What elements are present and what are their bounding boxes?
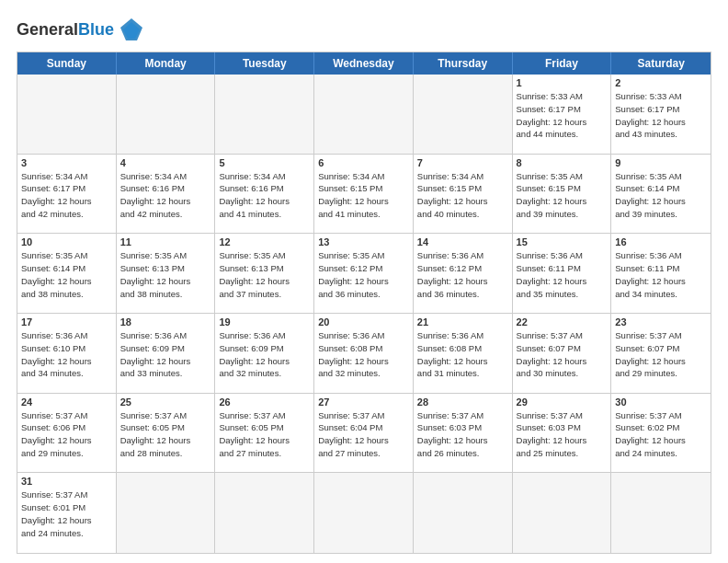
day-number: 19 — [219, 316, 310, 327]
day-number: 28 — [417, 396, 508, 408]
calendar-row-2: 10Sunrise: 5:35 AM Sunset: 6:14 PM Dayli… — [17, 234, 711, 314]
calendar-cell-2-6: 16Sunrise: 5:36 AM Sunset: 6:11 PM Dayli… — [611, 234, 711, 313]
calendar-cell-1-2: 5Sunrise: 5:34 AM Sunset: 6:16 PM Daylig… — [215, 155, 314, 234]
day-number: 8 — [517, 157, 608, 168]
calendar-cell-2-4: 14Sunrise: 5:36 AM Sunset: 6:12 PM Dayli… — [414, 234, 513, 313]
day-info: Sunrise: 5:36 AM Sunset: 6:12 PM Dayligh… — [417, 249, 508, 300]
weekday-header-friday: Friday — [513, 52, 612, 75]
calendar-header: SundayMondayTuesdayWednesdayThursdayFrid… — [17, 52, 711, 75]
day-info: Sunrise: 5:37 AM Sunset: 6:07 PM Dayligh… — [517, 329, 608, 380]
calendar-cell-0-2 — [215, 75, 314, 154]
calendar-row-0: 1Sunrise: 5:33 AM Sunset: 6:17 PM Daylig… — [17, 75, 711, 155]
day-info: Sunrise: 5:37 AM Sunset: 6:05 PM Dayligh… — [219, 409, 310, 460]
calendar-cell-2-3: 13Sunrise: 5:35 AM Sunset: 6:12 PM Dayli… — [314, 234, 414, 313]
day-info: Sunrise: 5:35 AM Sunset: 6:14 PM Dayligh… — [21, 249, 112, 300]
day-info: Sunrise: 5:36 AM Sunset: 6:11 PM Dayligh… — [615, 249, 707, 300]
day-info: Sunrise: 5:37 AM Sunset: 6:04 PM Dayligh… — [318, 409, 409, 460]
header: GeneralBlue — [17, 15, 711, 44]
day-info: Sunrise: 5:36 AM Sunset: 6:08 PM Dayligh… — [318, 329, 409, 380]
calendar-cell-4-3: 27Sunrise: 5:37 AM Sunset: 6:04 PM Dayli… — [314, 394, 414, 473]
calendar-row-3: 17Sunrise: 5:36 AM Sunset: 6:10 PM Dayli… — [17, 314, 711, 394]
day-info: Sunrise: 5:35 AM Sunset: 6:14 PM Dayligh… — [615, 170, 707, 221]
day-number: 21 — [417, 316, 508, 327]
logo: GeneralBlue — [17, 15, 146, 44]
day-info: Sunrise: 5:34 AM Sunset: 6:15 PM Dayligh… — [417, 170, 508, 221]
calendar-row-4: 24Sunrise: 5:37 AM Sunset: 6:06 PM Dayli… — [17, 394, 711, 474]
calendar-cell-4-5: 29Sunrise: 5:37 AM Sunset: 6:03 PM Dayli… — [513, 394, 612, 473]
calendar-cell-1-6: 9Sunrise: 5:35 AM Sunset: 6:14 PM Daylig… — [611, 155, 711, 234]
day-info: Sunrise: 5:34 AM Sunset: 6:17 PM Dayligh… — [21, 170, 112, 221]
calendar-cell-3-1: 18Sunrise: 5:36 AM Sunset: 6:09 PM Dayli… — [117, 314, 216, 393]
day-number: 27 — [318, 396, 409, 408]
day-info: Sunrise: 5:33 AM Sunset: 6:17 PM Dayligh… — [615, 90, 707, 141]
day-info: Sunrise: 5:37 AM Sunset: 6:03 PM Dayligh… — [417, 409, 508, 460]
calendar-row-5: 31Sunrise: 5:37 AM Sunset: 6:01 PM Dayli… — [17, 473, 711, 553]
day-number: 15 — [517, 236, 608, 247]
day-info: Sunrise: 5:36 AM Sunset: 6:10 PM Dayligh… — [21, 329, 112, 380]
weekday-header-thursday: Thursday — [414, 52, 513, 75]
calendar: SundayMondayTuesdayWednesdayThursdayFrid… — [17, 52, 711, 554]
calendar-cell-3-5: 22Sunrise: 5:37 AM Sunset: 6:07 PM Dayli… — [513, 314, 612, 393]
day-number: 17 — [21, 316, 112, 327]
calendar-cell-4-1: 25Sunrise: 5:37 AM Sunset: 6:05 PM Dayli… — [117, 394, 216, 473]
day-info: Sunrise: 5:37 AM Sunset: 6:05 PM Dayligh… — [120, 409, 211, 460]
logo-blue: Blue — [78, 20, 114, 39]
day-number: 31 — [21, 476, 112, 487]
day-info: Sunrise: 5:35 AM Sunset: 6:13 PM Dayligh… — [120, 249, 211, 300]
calendar-cell-2-2: 12Sunrise: 5:35 AM Sunset: 6:13 PM Dayli… — [215, 234, 314, 313]
calendar-cell-3-4: 21Sunrise: 5:36 AM Sunset: 6:08 PM Dayli… — [414, 314, 513, 393]
calendar-cell-1-4: 7Sunrise: 5:34 AM Sunset: 6:15 PM Daylig… — [414, 155, 513, 234]
calendar-cell-2-1: 11Sunrise: 5:35 AM Sunset: 6:13 PM Dayli… — [117, 234, 216, 313]
day-number: 12 — [219, 236, 310, 247]
day-info: Sunrise: 5:34 AM Sunset: 6:16 PM Dayligh… — [219, 170, 310, 221]
day-number: 3 — [21, 157, 112, 168]
logo-text: GeneralBlue — [17, 21, 114, 38]
calendar-cell-1-3: 6Sunrise: 5:34 AM Sunset: 6:15 PM Daylig… — [314, 155, 414, 234]
day-info: Sunrise: 5:33 AM Sunset: 6:17 PM Dayligh… — [517, 90, 608, 141]
calendar-cell-0-6: 2Sunrise: 5:33 AM Sunset: 6:17 PM Daylig… — [611, 75, 711, 154]
day-info: Sunrise: 5:36 AM Sunset: 6:09 PM Dayligh… — [120, 329, 211, 380]
weekday-header-monday: Monday — [117, 52, 216, 75]
day-number: 20 — [318, 316, 409, 327]
day-number: 4 — [120, 157, 211, 168]
day-number: 18 — [120, 316, 211, 327]
calendar-cell-2-5: 15Sunrise: 5:36 AM Sunset: 6:11 PM Dayli… — [513, 234, 612, 313]
day-info: Sunrise: 5:36 AM Sunset: 6:09 PM Dayligh… — [219, 329, 310, 380]
calendar-cell-3-2: 19Sunrise: 5:36 AM Sunset: 6:09 PM Dayli… — [215, 314, 314, 393]
day-number: 25 — [120, 396, 211, 408]
day-number: 7 — [417, 157, 508, 168]
calendar-cell-5-4 — [414, 473, 513, 553]
day-info: Sunrise: 5:36 AM Sunset: 6:08 PM Dayligh… — [417, 329, 508, 380]
calendar-cell-3-0: 17Sunrise: 5:36 AM Sunset: 6:10 PM Dayli… — [17, 314, 117, 393]
calendar-cell-0-1 — [117, 75, 216, 154]
calendar-cell-0-4 — [414, 75, 513, 154]
day-number: 16 — [615, 236, 707, 247]
calendar-cell-0-3 — [314, 75, 414, 154]
day-number: 22 — [517, 316, 608, 327]
weekday-header-saturday: Saturday — [611, 52, 711, 75]
day-info: Sunrise: 5:35 AM Sunset: 6:12 PM Dayligh… — [318, 249, 409, 300]
day-number: 1 — [517, 77, 608, 88]
day-number: 30 — [615, 396, 707, 408]
day-info: Sunrise: 5:36 AM Sunset: 6:11 PM Dayligh… — [517, 249, 608, 300]
calendar-cell-4-4: 28Sunrise: 5:37 AM Sunset: 6:03 PM Dayli… — [414, 394, 513, 473]
calendar-cell-1-0: 3Sunrise: 5:34 AM Sunset: 6:17 PM Daylig… — [17, 155, 117, 234]
day-number: 26 — [219, 396, 310, 408]
calendar-cell-3-3: 20Sunrise: 5:36 AM Sunset: 6:08 PM Dayli… — [314, 314, 414, 393]
day-info: Sunrise: 5:37 AM Sunset: 6:01 PM Dayligh… — [21, 488, 112, 539]
day-number: 23 — [615, 316, 707, 327]
page: GeneralBlue SundayMondayTuesdayWednesday… — [0, 0, 728, 563]
day-number: 29 — [517, 396, 608, 408]
weekday-header-tuesday: Tuesday — [215, 52, 314, 75]
calendar-cell-0-0 — [17, 75, 117, 154]
calendar-cell-5-3 — [314, 473, 414, 553]
calendar-row-1: 3Sunrise: 5:34 AM Sunset: 6:17 PM Daylig… — [17, 155, 711, 235]
day-info: Sunrise: 5:37 AM Sunset: 6:06 PM Dayligh… — [21, 409, 112, 460]
calendar-cell-5-1 — [117, 473, 216, 553]
day-number: 11 — [120, 236, 211, 247]
calendar-cell-4-2: 26Sunrise: 5:37 AM Sunset: 6:05 PM Dayli… — [215, 394, 314, 473]
day-number: 6 — [318, 157, 409, 168]
day-number: 9 — [615, 157, 707, 168]
calendar-cell-2-0: 10Sunrise: 5:35 AM Sunset: 6:14 PM Dayli… — [17, 234, 117, 313]
day-info: Sunrise: 5:34 AM Sunset: 6:16 PM Dayligh… — [120, 170, 211, 221]
